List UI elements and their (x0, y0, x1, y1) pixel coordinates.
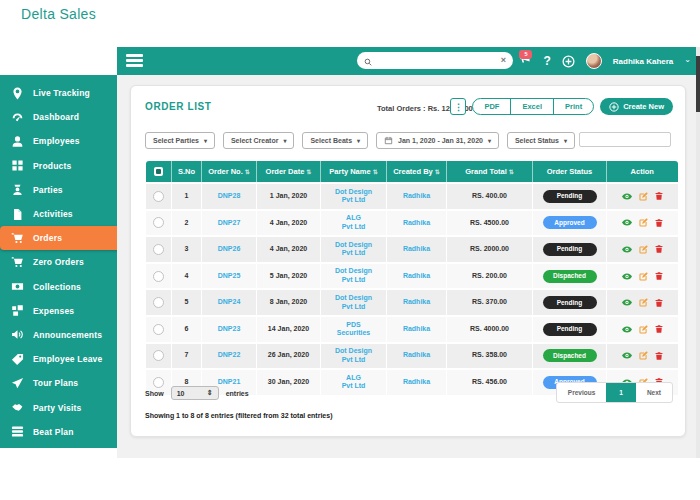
help-icon[interactable]: ? (543, 54, 550, 68)
sidebar-item-employee-leave[interactable]: Employee Leave (0, 347, 117, 371)
party-name-link[interactable]: ALGPvt Ltd (342, 214, 366, 230)
column-header-created-by[interactable]: Created By⇅ (387, 161, 447, 183)
select-all-checkbox[interactable] (146, 161, 172, 183)
clear-search-icon[interactable]: × (501, 56, 506, 65)
edit-button[interactable] (639, 325, 648, 334)
user-name[interactable]: Radhika Kahera (613, 57, 673, 66)
edit-button[interactable] (639, 351, 648, 360)
sidebar-item-live-tracking[interactable]: Live Tracking (0, 81, 117, 105)
order-no-link[interactable]: DNP25 (218, 272, 241, 279)
row-checkbox[interactable] (153, 244, 164, 255)
sidebar-item-tour-plans[interactable]: Tour Plans (0, 371, 117, 395)
column-header-order-date[interactable]: Order Date⇅ (257, 161, 321, 183)
edit-button[interactable] (639, 192, 648, 201)
add-icon[interactable] (562, 55, 575, 68)
created-by-link[interactable]: Radhika (403, 272, 430, 279)
create-new-button[interactable]: Create New (600, 98, 673, 115)
table-search-input[interactable] (579, 132, 671, 147)
created-by-link[interactable]: Radhika (403, 219, 430, 226)
select-beats-filter[interactable]: Select Beats▾ (302, 132, 368, 149)
menu-icon[interactable] (126, 54, 143, 70)
view-button[interactable] (622, 246, 632, 253)
sort-icon[interactable]: ⇅ (373, 169, 378, 175)
sidebar-item-products[interactable]: Products (0, 154, 117, 178)
column-header-party-name[interactable]: Party Name⇅ (321, 161, 387, 183)
view-button[interactable] (622, 219, 632, 226)
sidebar-item-activities[interactable]: Activities (0, 202, 117, 226)
print-export-button[interactable]: Print (553, 99, 593, 114)
edit-button[interactable] (639, 298, 648, 307)
row-checkbox[interactable] (153, 350, 164, 361)
next-page-button[interactable]: Next (636, 383, 672, 402)
row-checkbox[interactable] (153, 217, 164, 228)
delete-button[interactable] (655, 299, 663, 307)
scrollbar-thumb[interactable] (696, 56, 700, 112)
sort-icon[interactable]: ⇅ (435, 169, 440, 175)
view-button[interactable] (622, 326, 632, 333)
avatar[interactable] (586, 53, 602, 69)
date-range-filter[interactable]: Jan 1, 2020 - Jan 31, 2020▾ (376, 132, 499, 149)
view-button[interactable] (622, 273, 632, 280)
edit-button[interactable] (639, 218, 648, 227)
select-status-filter[interactable]: Select Status▾ (507, 132, 575, 149)
current-page-button[interactable]: 1 (606, 383, 636, 402)
sidebar-item-employees[interactable]: Employees (0, 129, 117, 153)
created-by-link[interactable]: Radhika (403, 378, 430, 385)
announcements-icon[interactable]: 5 (517, 54, 532, 69)
sidebar-item-orders[interactable]: Orders (0, 226, 121, 250)
order-no-link[interactable]: DNP23 (218, 325, 241, 332)
sidebar-item-party-visits[interactable]: Party Visits (0, 395, 117, 419)
row-checkbox[interactable] (153, 297, 164, 308)
party-name-link[interactable]: Dot DesignPvt Ltd (335, 267, 372, 283)
party-name-link[interactable]: Dot DesignPvt Ltd (335, 188, 372, 204)
sidebar-item-zero-orders[interactable]: Zero Orders (0, 250, 117, 274)
pdf-export-button[interactable]: PDF (473, 99, 510, 114)
created-by-link[interactable]: Radhika (403, 298, 430, 305)
row-checkbox[interactable] (153, 271, 164, 282)
sidebar-item-collections[interactable]: Collections (0, 275, 117, 299)
sort-icon[interactable]: ⇅ (245, 169, 250, 175)
previous-page-button[interactable]: Previous (557, 383, 606, 402)
order-no-link[interactable]: DNP21 (218, 378, 241, 385)
sidebar-item-dashboard[interactable]: Dashboard (0, 105, 117, 129)
column-header-grand-total[interactable]: Grand Total⇅ (447, 161, 533, 183)
search-bar[interactable]: × (357, 52, 513, 69)
search-input[interactable] (377, 55, 496, 66)
sidebar-item-announcements[interactable]: Announcements (0, 323, 117, 347)
row-checkbox[interactable] (153, 324, 164, 335)
party-name-link[interactable]: PDSSecurities (337, 321, 370, 337)
delete-button[interactable] (655, 192, 663, 200)
delete-button[interactable] (655, 245, 663, 253)
order-no-link[interactable]: DNP26 (218, 245, 241, 252)
row-checkbox[interactable] (153, 191, 164, 202)
order-no-link[interactable]: DNP28 (218, 192, 241, 199)
created-by-link[interactable]: Radhika (403, 192, 430, 199)
delete-button[interactable] (655, 352, 663, 360)
delete-button[interactable] (655, 219, 663, 227)
sidebar-item-parties[interactable]: Parties (0, 178, 117, 202)
checkbox-icon[interactable] (154, 167, 163, 176)
excel-export-button[interactable]: Excel (510, 99, 553, 114)
created-by-link[interactable]: Radhika (403, 325, 430, 332)
edit-button[interactable] (639, 245, 648, 254)
created-by-link[interactable]: Radhika (403, 245, 430, 252)
order-no-link[interactable]: DNP27 (218, 219, 241, 226)
view-button[interactable] (622, 299, 632, 306)
party-name-link[interactable]: Dot DesignPvt Ltd (335, 347, 372, 363)
party-name-link[interactable]: ALGPvt Ltd (342, 374, 366, 390)
order-no-link[interactable]: DNP24 (218, 298, 241, 305)
select-parties-filter[interactable]: Select Parties▾ (145, 132, 215, 149)
more-options-button[interactable]: ⋮ (450, 98, 466, 115)
chevron-down-icon[interactable]: ⌄ (684, 56, 691, 64)
created-by-link[interactable]: Radhika (403, 351, 430, 358)
party-name-link[interactable]: Dot DesignPvt Ltd (335, 241, 372, 257)
sidebar-item-expenses[interactable]: Expenses (0, 299, 117, 323)
order-no-link[interactable]: DNP22 (218, 351, 241, 358)
page-size-select[interactable]: 10 ⇕ (171, 386, 219, 400)
sidebar-item-beat-plan[interactable]: Beat Plan (0, 420, 117, 444)
view-button[interactable] (622, 193, 632, 200)
sort-icon[interactable]: ⇅ (509, 169, 514, 175)
select-creator-filter[interactable]: Select Creator▾ (223, 132, 294, 149)
party-name-link[interactable]: Dot DesignPvt Ltd (335, 294, 372, 310)
delete-button[interactable] (655, 325, 663, 333)
